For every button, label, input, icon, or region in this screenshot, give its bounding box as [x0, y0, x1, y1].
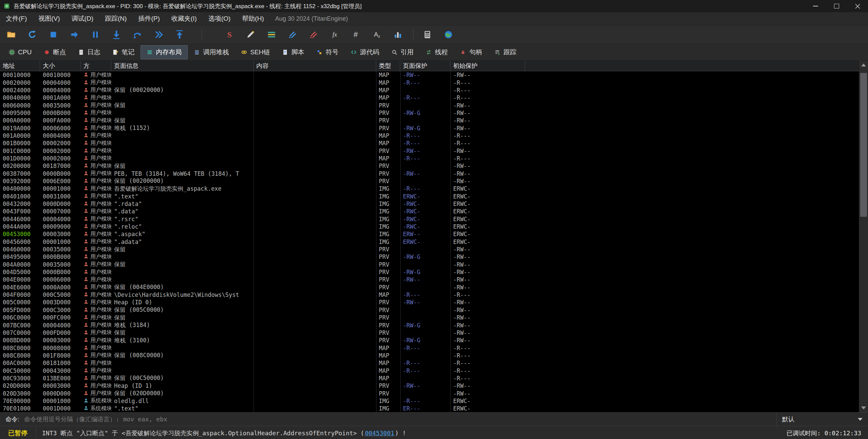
table-row[interactable]: 0002400000004000用户模块保留 (00020000)MAP-R--… — [0, 87, 868, 94]
tab-call-stack[interactable]: 调用堆栈 — [188, 45, 235, 59]
table-row[interactable]: 001B000000002000用户模块MAP-R----R--- — [0, 139, 868, 147]
tab-log[interactable]: 日志 — [72, 45, 106, 59]
table-row[interactable]: 020D30000000D000用户模块保留 (020D0000)PRV-RW-… — [0, 389, 868, 397]
table-row[interactable]: 007C0000000FD000用户模块保留PRV-RW-- — [0, 329, 868, 337]
table-row[interactable]: 008BD00000003000用户模块堆栈 (3100)PRV-RW-G-RW… — [0, 337, 868, 344]
table-row[interactable]: 00C5000000043000用户模块MAP-R----R--- — [0, 367, 868, 374]
table-row[interactable]: 004F0000000C5000用户模块\Device\HarddiskVolu… — [0, 291, 868, 299]
table-row[interactable]: 0040100000031000用户模块".text"IMGERWC-ERWC- — [0, 193, 868, 200]
table-row[interactable]: 003920000006E000用户模块保留 (00200000)PRV-RW-… — [0, 177, 868, 185]
table-row[interactable]: 007BC00000004000用户模块堆栈 (3184)PRV-RW-G-RW… — [0, 321, 868, 329]
table-row[interactable]: 0044A00000009000用户模块".reloc"IMG-RWC-ERWC… — [0, 223, 868, 230]
tab-symbols[interactable]: 符号 — [310, 45, 345, 59]
step-over-button[interactable] — [130, 27, 145, 42]
column-header-content[interactable]: 内容 — [254, 61, 376, 71]
menu-item[interactable]: 文件(F) — [0, 12, 33, 25]
update-button[interactable] — [441, 27, 456, 42]
table-row[interactable]: 020D000000003000用户模块Heap (ID 1)PRV-RW---… — [0, 382, 868, 389]
minimize-button[interactable] — [805, 0, 826, 12]
table-row[interactable]: 000950000000B000用户模块PRV-RW-G-RW-- — [0, 109, 868, 117]
table-row[interactable]: 008C000000008000用户模块MAP-R----R--- — [0, 344, 868, 351]
tab-script[interactable]: 脚本 — [276, 45, 310, 59]
table-row[interactable]: 001A000000004000用户模块MAP-R----R--- — [0, 132, 868, 139]
table-row[interactable]: 004950000000B000用户模块PRV-RW-G-RW-- — [0, 253, 868, 261]
tab-trace[interactable]: 跟踪 — [488, 45, 522, 59]
table-row[interactable]: 004E60000000A000用户模块保留 (004E0000)PRV-RW-… — [0, 284, 868, 291]
open-file-button[interactable] — [3, 27, 19, 42]
column-header-page-protection[interactable]: 页面保护 — [400, 61, 450, 71]
table-row[interactable]: 0043F00000007000用户模块".data"IMG-RWC-ERWC- — [0, 208, 868, 215]
table-row[interactable]: 00AC000000181000用户模块MAP-R----R--- — [0, 359, 868, 367]
table-row[interactable]: 0044600000004000用户模块".rsrc"IMG-RWC-ERWC- — [0, 215, 868, 223]
table-row[interactable]: 0020000000187000用户模块保留PRV-RW-- — [0, 162, 868, 170]
table-row[interactable]: 70E010000001D000系统模块".text"IMGER---ERWC- — [0, 405, 868, 412]
close-button[interactable] — [847, 0, 868, 12]
analysis-button[interactable] — [285, 27, 300, 42]
table-row[interactable]: 006C0000000FC000用户模块保留PRV-RW-- — [0, 314, 868, 321]
tab-memory-map[interactable]: 内存布局 — [141, 45, 188, 59]
table-row[interactable]: 0040000000001000用户模块吾爱破解论坛学习脱壳实例_aspack.… — [0, 185, 868, 192]
step-into-button[interactable] — [109, 27, 124, 42]
menu-item[interactable]: 视图(V) — [33, 12, 66, 25]
tab-handles[interactable]: 句柄 — [454, 45, 488, 59]
menu-item[interactable]: 插件(P) — [132, 12, 165, 25]
functions-button[interactable]: fx — [327, 27, 343, 42]
tab-references[interactable]: 引用 — [385, 45, 420, 59]
scroll-down-icon[interactable] — [861, 406, 866, 409]
comments-button[interactable] — [264, 27, 279, 42]
tab-breakpoints[interactable]: 断点 — [38, 45, 72, 59]
table-row[interactable]: 004E000000006000用户模块PRV-RW---RW-- — [0, 276, 868, 283]
table-row[interactable]: 004320000000D000用户模块".rdata"IMG-RWC-ERWC… — [0, 200, 868, 208]
tab-threads[interactable]: 线程 — [420, 45, 454, 59]
column-header-page-info[interactable]: 页面信息 — [111, 61, 254, 71]
step-out-button[interactable] — [172, 27, 187, 42]
tab-source-code[interactable]: 源代码 — [345, 45, 385, 59]
table-row[interactable]: 0046000000035000用户模块保留PRV-RW-- — [0, 246, 868, 253]
table-row[interactable]: 000400000001A000用户模块MAP-R----R--- — [0, 94, 868, 101]
column-header-party[interactable]: 方 — [81, 61, 111, 71]
table-row[interactable]: 0006000000035000用户模块保留PRV-RW-- — [0, 101, 868, 109]
table-row[interactable]: 0001000000010000用户模块MAP-RW---RW-- — [0, 71, 868, 79]
tab-seh-chain[interactable]: SEH链 — [235, 45, 276, 59]
table-row[interactable]: 004A000000035000用户模块保留PRV-RW-- — [0, 261, 868, 268]
table-row[interactable]: 001C000000002000用户模块PRV-RW---RW-- — [0, 147, 868, 154]
table-row[interactable]: 0045300000003000用户模块".aspack"IMGERW--ERW… — [0, 230, 868, 238]
table-row[interactable]: 004D50000000B000用户模块PRV-RW-G-RW-- — [0, 268, 868, 276]
scrollbar-thumb[interactable] — [860, 73, 867, 217]
table-row[interactable]: 005FD000000C3000用户模块保留 (005C0000)PRV-RW-… — [0, 306, 868, 314]
run-button[interactable] — [67, 27, 82, 42]
column-header-initial-protection[interactable]: 初始保护 — [450, 61, 525, 71]
column-header-size[interactable]: 大小 — [40, 61, 81, 71]
command-profile-dropdown[interactable]: 默认 — [776, 413, 868, 426]
menu-item[interactable]: 调试(D) — [66, 12, 99, 25]
menu-item[interactable]: 选项(O) — [203, 12, 236, 25]
calculator-button[interactable] — [420, 27, 435, 42]
vertical-scrollbar[interactable] — [859, 61, 868, 412]
scroll-up-icon[interactable] — [861, 63, 866, 66]
command-input[interactable] — [23, 412, 776, 426]
menu-item[interactable]: 收藏夹(I) — [166, 12, 203, 25]
execute-till-return-button[interactable] — [151, 27, 166, 42]
restart-button[interactable] — [24, 27, 40, 42]
tab-cpu[interactable]: CPU — [3, 45, 38, 59]
table-row[interactable]: 005C00000003D000用户模块Heap (ID 0)PRV-RW---… — [0, 299, 868, 306]
table-row[interactable]: 70E0000000001000系统模块oledlg.dllIMG-R---ER… — [0, 397, 868, 405]
column-header-type[interactable]: 类型 — [376, 61, 400, 71]
tab-notes[interactable]: 笔记 — [106, 45, 141, 59]
table-row[interactable]: 003870000000B000用户模块PEB, TEB (3184), WoW… — [0, 170, 868, 177]
table-row[interactable]: 0045600000001000用户模块".adata"IMGERWC-ERWC… — [0, 238, 868, 246]
graph-button[interactable] — [390, 27, 406, 42]
remove-analysis-button[interactable] — [306, 27, 321, 42]
snowman-button[interactable]: # — [348, 27, 364, 42]
close-process-button[interactable] — [45, 27, 61, 42]
menu-item[interactable]: 跟踪(N) — [99, 12, 132, 25]
table-row[interactable]: 008C8000001F8000用户模块保留 (008C0000)MAP-R--… — [0, 352, 868, 359]
strings-button[interactable]: Az — [369, 27, 385, 42]
table-row[interactable]: 0019A00000006000用户模块堆栈 (1152)PRV-RW-G-RW… — [0, 124, 868, 132]
patch-button[interactable] — [243, 27, 258, 42]
entrypoint-address-link[interactable]: 00453001 — [365, 430, 394, 437]
scylla-button[interactable]: S — [222, 27, 237, 42]
table-row[interactable]: 0002000000004000用户模块MAP-R----R--- — [0, 79, 868, 86]
column-header-address[interactable]: 地址 — [0, 61, 40, 71]
table-row[interactable]: 00C93000013BE000用户模块保留 (00C50000)MAP-R--… — [0, 375, 868, 382]
